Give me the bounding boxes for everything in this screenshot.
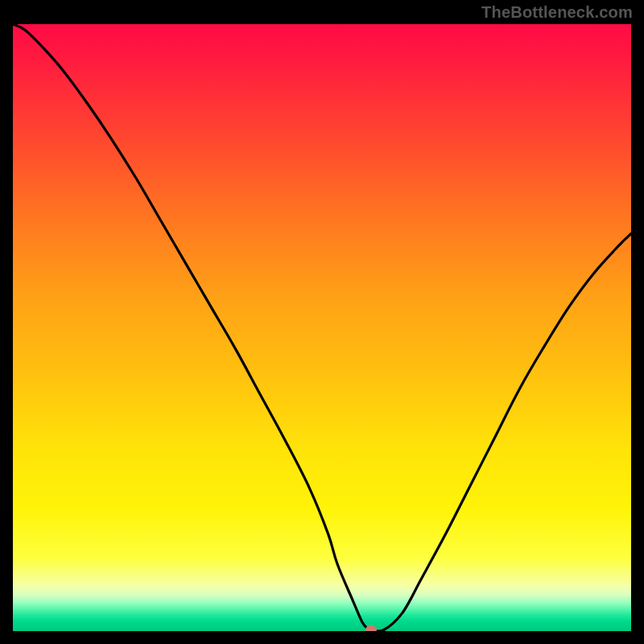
plot-area xyxy=(13,24,631,631)
chart-frame: TheBottleneck.com xyxy=(0,0,644,644)
bottleneck-curve xyxy=(13,24,631,631)
optimum-marker xyxy=(365,625,377,631)
watermark-text: TheBottleneck.com xyxy=(481,3,633,22)
curve-svg xyxy=(13,24,631,631)
